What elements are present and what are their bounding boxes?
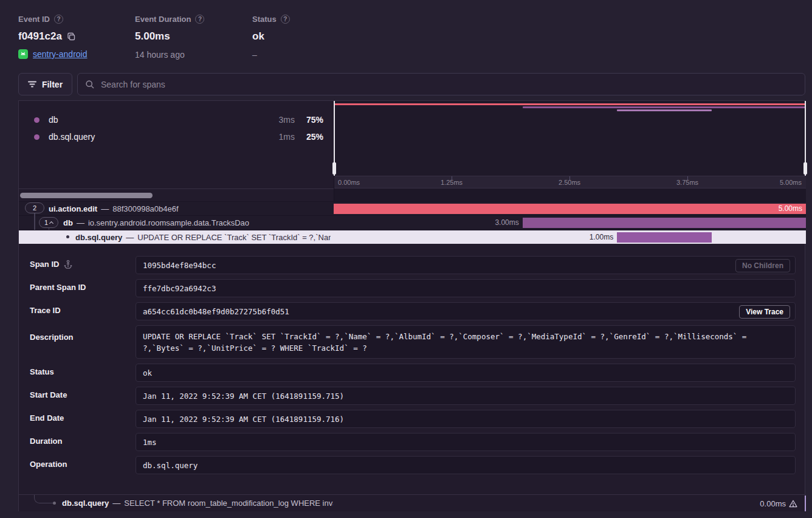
time-axis: 0.00ms 1.25ms 2.50ms 3.75ms 5.00ms (334, 176, 806, 188)
legend-percent: 75% (298, 115, 323, 125)
event-age: 14 hours ago (135, 50, 204, 60)
span-row-db[interactable]: db — io.sentry.android.roomsample.data.T… (19, 215, 806, 230)
legend-op: db.sql.query (49, 132, 95, 142)
legend-item[interactable]: db.sql.query 1ms 25% (19, 131, 334, 142)
detail-value-parent-span-id: ffe7dbc92a6942c3 (136, 279, 796, 297)
detail-label-span-id: Span ID (30, 260, 72, 269)
detail-value-end-date: Jan 11, 2022 9:52:39 AM CET (1641891159.… (136, 410, 796, 428)
help-icon[interactable]: ? (281, 15, 290, 24)
axis-tick-label: 0.00ms (338, 179, 360, 186)
legend-op: db (49, 115, 58, 125)
detail-value-status: ok (136, 364, 796, 382)
minimap-right-handle[interactable] (805, 101, 806, 176)
span-row-ui-action-edit[interactable]: ui.action.edit — 88f300998a0b4e6f 5.00ms (19, 201, 806, 215)
event-duration-section: Event Duration ? 5.00ms 14 hours ago (135, 15, 204, 60)
no-children-badge: No Children (735, 259, 790, 272)
minimap-span-line (334, 103, 806, 105)
status-value: ok (252, 30, 264, 43)
span-row-db-sql-query-select[interactable]: db.sql.query — SELECT * FROM room_table_… (19, 494, 806, 511)
search-input[interactable] (101, 80, 797, 89)
status-label: Status (252, 15, 277, 24)
span-sep: — (101, 204, 109, 213)
span-desc: SELECT * FROM room_table_modification_lo… (124, 499, 333, 508)
axis-tick-label: 1.25ms (441, 179, 463, 186)
span-row-db-sql-query-selected[interactable]: db.sql.query — UPDATE OR REPLACE `Track`… (19, 230, 806, 244)
tree-leaf-dot (66, 235, 69, 238)
copy-icon[interactable] (67, 32, 76, 41)
span-sep: — (126, 233, 134, 242)
search-icon (85, 80, 95, 89)
detail-label-operation: Operation (30, 460, 67, 469)
detail-value-operation: db.sql.query (136, 456, 796, 474)
children-count: 1 (44, 219, 48, 226)
span-duration-bar[interactable] (523, 218, 806, 228)
detail-value-trace-id: a654cc61dc0b48ef9d0b27275b6f0d51 View Tr… (136, 302, 796, 320)
timeline-cursor (805, 496, 806, 511)
span-op: db (63, 218, 73, 227)
legend-duration: 1ms (258, 132, 295, 142)
op-color-dot (34, 134, 40, 140)
horizontal-scrollbar[interactable] (20, 193, 153, 198)
filter-icon (28, 81, 36, 88)
axis-tick-label: 2.50ms (559, 179, 580, 186)
span-op: ui.action.edit (49, 204, 97, 213)
event-id-value: f0491c2a (18, 30, 62, 43)
status-sub: – (252, 50, 290, 60)
event-duration-value: 5.00ms (135, 30, 170, 43)
span-desc: UPDATE OR REPLACE `Track` SET `TrackId` … (137, 233, 331, 242)
span-detail-page: Event ID ? f0491c2a s (0, 0, 812, 518)
span-duration-label: 0.00ms (760, 499, 786, 508)
tree-leaf-dot (53, 502, 56, 505)
trace-minimap[interactable] (334, 101, 806, 176)
span-expand-badge[interactable]: 1 (39, 217, 58, 228)
help-icon[interactable]: ? (54, 15, 63, 24)
event-id-section: Event ID ? f0491c2a s (18, 15, 88, 59)
legend-item[interactable]: db 3ms 75% (19, 114, 334, 125)
help-icon[interactable]: ? (195, 15, 204, 24)
span-search (77, 73, 805, 95)
chevron-up-icon (49, 221, 53, 225)
filter-button-label: Filter (42, 80, 63, 89)
span-children-badge[interactable]: 2 (25, 202, 44, 213)
detail-label-start-date: Start Date (30, 390, 67, 399)
status-section: Status ? ok – (252, 15, 290, 60)
event-duration-label: Event Duration (135, 15, 191, 24)
detail-label-duration: Duration (30, 437, 62, 446)
minimap-span-line (617, 109, 711, 111)
span-op: db.sql.query (62, 499, 109, 508)
span-op: db.sql.query (75, 233, 122, 242)
detail-label-trace-id: Trace ID (30, 306, 61, 315)
span-duration-bar[interactable] (617, 232, 711, 243)
detail-label-status: Status (30, 367, 54, 376)
event-id-label: Event ID (18, 15, 50, 24)
android-platform-icon (18, 49, 28, 59)
detail-value-duration: 1ms (136, 433, 796, 451)
detail-label-end-date: End Date (30, 413, 64, 423)
span-duration-bar[interactable]: 5.00ms (334, 204, 806, 214)
detail-value-start-date: Jan 11, 2022 9:52:39 AM CET (1641891159.… (136, 387, 796, 405)
minimap-left-handle[interactable] (334, 101, 335, 176)
span-duration-label: 5.00ms (779, 204, 802, 213)
detail-value-span-id: 1095bd4ef8e94bcc No Children (136, 256, 796, 274)
legend-duration: 3ms (258, 115, 295, 125)
span-desc: 88f300998a0b4e6f (112, 204, 178, 213)
tree-scrollbar-track (19, 188, 334, 201)
span-desc: io.sentry.android.roomsample.data.Tracks… (88, 218, 249, 227)
anchor-icon[interactable] (64, 260, 72, 269)
filter-button[interactable]: Filter (18, 73, 72, 95)
minimap-span-line (523, 106, 806, 108)
span-sep: — (112, 499, 120, 508)
axis-tick-label: 3.75ms (676, 179, 698, 186)
children-count: 2 (33, 204, 36, 212)
span-sep: — (77, 218, 84, 227)
op-color-dot (34, 117, 40, 123)
legend-percent: 25% (298, 132, 323, 142)
trace-waterfall-panel: db 3ms 75% db.sql.query 1ms 25% 0.00ms 1… (18, 100, 805, 511)
project-link[interactable]: sentry-android (33, 49, 88, 59)
detail-label-parent-span-id: Parent Span ID (30, 283, 86, 292)
detail-label-description: Description (30, 333, 74, 342)
span-duration-label: 1.00ms (577, 233, 613, 241)
warning-icon (789, 500, 797, 508)
view-trace-button[interactable]: View Trace (739, 305, 790, 319)
tree-connector (34, 495, 53, 503)
